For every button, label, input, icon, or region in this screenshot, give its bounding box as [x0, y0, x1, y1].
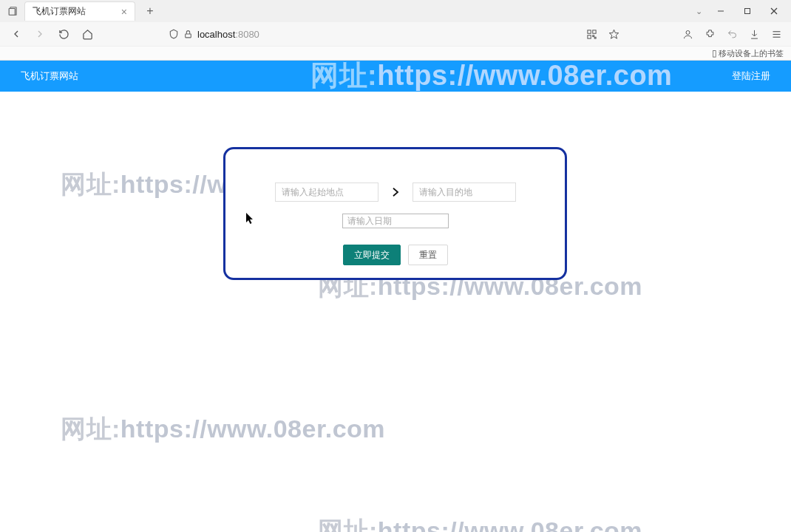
tab-bar: 飞机订票网站 × + ⌄	[0, 0, 791, 22]
svg-rect-10	[592, 35, 594, 36]
maximize-button[interactable]	[735, 1, 760, 21]
page-content: 飞机订票网站 登陆注册 网址:https://www.08er.com 网址:h…	[0, 61, 791, 532]
route-row	[225, 183, 565, 202]
login-register-link[interactable]: 登陆注册	[732, 69, 770, 83]
destination-input[interactable]	[413, 183, 516, 202]
svg-point-13	[686, 30, 690, 34]
svg-marker-12	[609, 30, 619, 38]
tab-title: 飞机订票网站	[33, 5, 114, 18]
back-button[interactable]	[7, 25, 25, 43]
minimize-button[interactable]	[708, 1, 733, 21]
svg-rect-9	[587, 35, 590, 38]
arrow-right-icon	[389, 185, 402, 199]
top-banner: 飞机订票网站 登陆注册	[0, 61, 791, 92]
origin-input[interactable]	[275, 183, 378, 202]
svg-rect-6	[186, 33, 191, 37]
svg-rect-7	[587, 30, 590, 33]
url-text: localhost:8080	[197, 29, 259, 40]
svg-rect-11	[594, 37, 596, 38]
watermark: 网址:https://www.08er.com	[318, 514, 642, 532]
submit-button[interactable]: 立即提交	[343, 245, 401, 265]
svg-rect-3	[745, 9, 750, 14]
toolbar-right	[584, 27, 784, 41]
button-row: 立即提交 重置	[225, 245, 565, 265]
svg-rect-1	[9, 9, 15, 16]
date-row	[225, 214, 565, 228]
forward-button[interactable]	[31, 25, 49, 43]
close-tab-icon[interactable]: ×	[121, 6, 127, 18]
extensions-icon[interactable]	[702, 27, 717, 41]
url-zone[interactable]: localhost:8080	[102, 29, 578, 40]
mobile-bookmark-link[interactable]: 移动设备上的书签	[719, 48, 784, 59]
undo-icon[interactable]	[724, 27, 739, 41]
shield-icon	[169, 29, 179, 39]
watermark: 网址:https://www.08er.com	[61, 412, 385, 446]
reset-button[interactable]: 重置	[408, 245, 448, 265]
address-bar: localhost:8080	[0, 22, 791, 46]
download-icon[interactable]	[747, 27, 761, 41]
search-card: 立即提交 重置	[223, 147, 567, 280]
star-icon[interactable]	[606, 27, 621, 41]
reload-button[interactable]	[55, 25, 72, 43]
svg-rect-8	[592, 30, 595, 33]
close-window-button[interactable]	[761, 1, 787, 21]
qr-icon[interactable]	[584, 27, 599, 41]
browser-tab[interactable]: 飞机订票网站 ×	[24, 1, 135, 21]
date-input[interactable]	[342, 214, 449, 228]
browser-chrome: 飞机订票网站 × + ⌄	[0, 0, 791, 61]
home-button[interactable]	[78, 25, 96, 43]
chevron-down-icon[interactable]: ⌄	[696, 7, 702, 16]
lock-icon	[183, 30, 193, 39]
add-tab-button[interactable]: +	[143, 4, 157, 18]
window-controls: ⌄	[696, 1, 787, 21]
tab-group-icon[interactable]	[4, 2, 22, 20]
account-icon[interactable]	[680, 27, 695, 41]
mobile-icon: ▯	[712, 48, 717, 58]
bookmark-bar: ▯ 移动设备上的书签	[0, 46, 791, 60]
menu-icon[interactable]	[769, 27, 784, 41]
site-title: 飞机订票网站	[21, 69, 78, 83]
